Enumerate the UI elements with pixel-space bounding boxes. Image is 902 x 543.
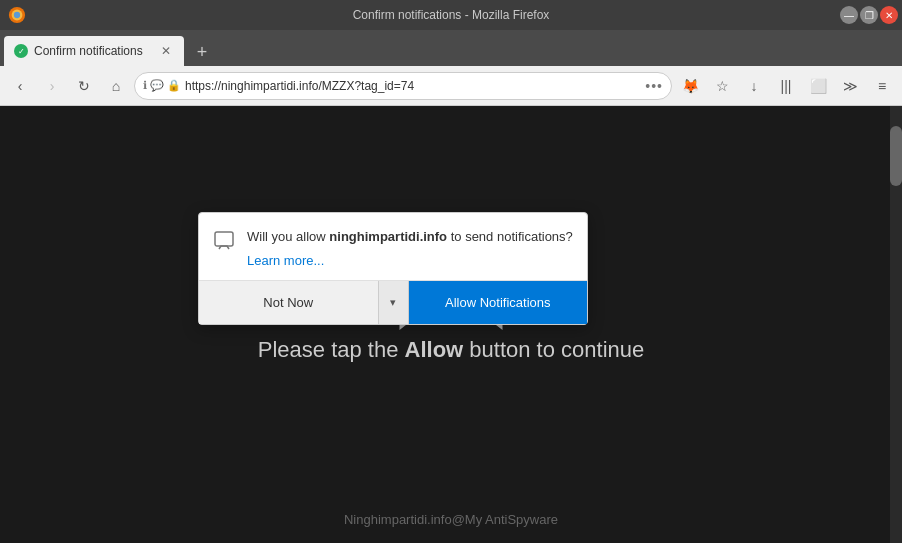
library-icon[interactable]: ||| — [772, 72, 800, 100]
new-tab-button[interactable]: + — [188, 38, 216, 66]
svg-rect-6 — [215, 232, 233, 246]
download-icon[interactable]: ↓ — [740, 72, 768, 100]
allow-notifications-button[interactable]: Allow Notifications — [409, 281, 588, 324]
learn-more-link[interactable]: Learn more... — [247, 251, 573, 271]
notification-popup: Will you allow ninghimpartidi.info to se… — [198, 212, 588, 325]
svg-point-2 — [14, 12, 20, 18]
chat-icon — [213, 229, 237, 253]
info-icon: ℹ — [143, 79, 147, 92]
address-bar[interactable]: ℹ 💬 🔒 https://ninghimpartidi.info/MZZX?t… — [134, 72, 672, 100]
scrollbar[interactable] — [890, 106, 902, 543]
container-icon[interactable]: 🦊 — [676, 72, 704, 100]
toolbar-icons: 🦊 ☆ ↓ ||| ⬜ ≫ ≡ — [676, 72, 896, 100]
popup-actions: Not Now ▾ Allow Notifications — [199, 280, 587, 324]
popup-content: Will you allow ninghimpartidi.info to se… — [199, 213, 587, 280]
window-title: Confirm notifications - Mozilla Firefox — [353, 8, 550, 22]
speech-icon: 💬 — [150, 79, 164, 92]
active-tab[interactable]: ✓ Confirm notifications ✕ — [4, 36, 184, 66]
tab-bar: ✓ Confirm notifications ✕ + — [0, 30, 902, 66]
extensions-icon[interactable]: ≫ — [836, 72, 864, 100]
firefox-icon — [8, 6, 26, 24]
popup-text: Will you allow ninghimpartidi.info to se… — [247, 227, 573, 270]
not-now-button[interactable]: Not Now — [199, 281, 379, 324]
tab-favicon: ✓ — [14, 44, 28, 58]
tab-close-button[interactable]: ✕ — [158, 43, 174, 59]
close-button[interactable]: ✕ — [880, 6, 898, 24]
title-bar: Confirm notifications - Mozilla Firefox … — [0, 0, 902, 30]
minimize-button[interactable]: — — [840, 6, 858, 24]
popup-site: ninghimpartidi.info — [329, 229, 447, 244]
maximize-button[interactable]: ❐ — [860, 6, 878, 24]
window-controls: — ❐ ✕ — [840, 6, 898, 24]
content-area: Please tap the Allow button to continue … — [0, 106, 902, 543]
scrollbar-thumb[interactable] — [890, 126, 902, 186]
tab-label: Confirm notifications — [34, 44, 152, 58]
site-footer: Ninghimpartidi.info@My AntiSpyware — [344, 512, 558, 527]
forward-button: › — [38, 72, 66, 100]
nav-bar: ‹ › ↻ ⌂ ℹ 💬 🔒 https://ninghimpartidi.inf… — [0, 66, 902, 106]
menu-icon[interactable]: ≡ — [868, 72, 896, 100]
home-button[interactable]: ⌂ — [102, 72, 130, 100]
back-button[interactable]: ‹ — [6, 72, 34, 100]
address-icons: ℹ 💬 🔒 — [143, 79, 181, 92]
not-now-dropdown[interactable]: ▾ — [379, 281, 409, 324]
bookmark-icon[interactable]: ☆ — [708, 72, 736, 100]
site-message: Please tap the Allow button to continue — [258, 337, 644, 363]
sidebar-icon[interactable]: ⬜ — [804, 72, 832, 100]
reload-button[interactable]: ↻ — [70, 72, 98, 100]
more-button[interactable]: ••• — [645, 78, 663, 94]
lock-icon: 🔒 — [167, 79, 181, 92]
url-display: https://ninghimpartidi.info/MZZX?tag_id=… — [185, 79, 641, 93]
